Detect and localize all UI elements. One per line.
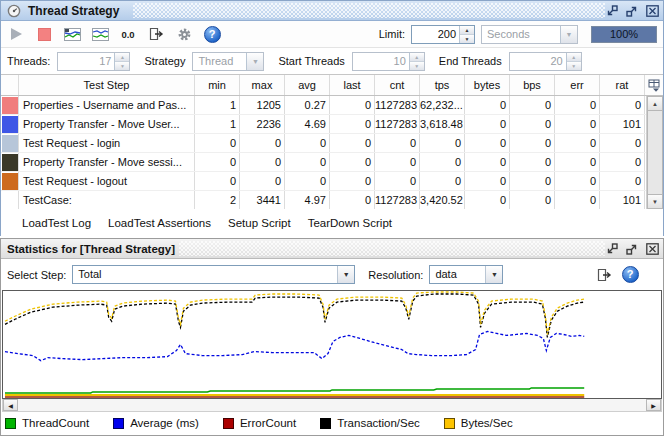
scroll-right-icon[interactable]: ▶ bbox=[646, 399, 661, 411]
statistics-chart bbox=[2, 290, 662, 399]
statistics-history-icon[interactable] bbox=[91, 25, 109, 43]
cell-tps: 0 bbox=[420, 172, 465, 190]
close-window-icon[interactable] bbox=[645, 242, 659, 255]
table-row[interactable]: Test Request - login0000000000 bbox=[1, 134, 663, 153]
table-row[interactable]: Property Transfer - Move sessi...0000000… bbox=[1, 153, 663, 172]
tab-setup-script[interactable]: Setup Script bbox=[228, 217, 291, 229]
threads-spinner[interactable]: 17 ▲▼ bbox=[57, 52, 130, 71]
cell-min: 2 bbox=[195, 191, 240, 209]
column-header-tps[interactable]: tps bbox=[420, 75, 465, 95]
statistics-graph-icon[interactable] bbox=[63, 25, 81, 43]
limit-spinner[interactable]: 200 ▲▼ bbox=[411, 25, 475, 44]
cell-min: 0 bbox=[195, 134, 240, 152]
cell-cnt: 0 bbox=[375, 153, 420, 171]
step-color-swatch bbox=[1, 96, 19, 114]
step-color-swatch bbox=[1, 153, 19, 171]
cell-min: 0 bbox=[195, 153, 240, 171]
cell-tps: 0 bbox=[420, 153, 465, 171]
chart-horizontal-scrollbar[interactable]: ◀ ▶ bbox=[2, 399, 662, 412]
help-icon[interactable]: ? bbox=[621, 266, 639, 284]
table-row[interactable]: Property Transfer - Move User...122364.6… bbox=[1, 115, 663, 134]
table-row[interactable]: Test Request - logout0000000000 bbox=[1, 172, 663, 191]
select-step-dropdown[interactable]: Total ▼ bbox=[72, 265, 355, 284]
scroll-up-icon[interactable]: ▲ bbox=[647, 96, 663, 111]
limit-label: Limit: bbox=[379, 28, 405, 40]
float-window-icon[interactable] bbox=[625, 242, 639, 255]
column-header-test-step[interactable]: Test Step bbox=[19, 75, 195, 95]
scroll-left-icon[interactable]: ◀ bbox=[3, 399, 18, 411]
cell-avg: 0 bbox=[285, 153, 330, 171]
scrollbar-track[interactable] bbox=[18, 399, 646, 411]
cell-last: 0 bbox=[330, 115, 375, 133]
cell-tps: 62,232... bbox=[420, 96, 465, 114]
cell-tps: 0 bbox=[420, 134, 465, 152]
test-step-name: TestCase: bbox=[19, 191, 195, 209]
resolution-dropdown[interactable]: data ▼ bbox=[429, 265, 503, 284]
select-step-label: Select Step: bbox=[7, 269, 66, 281]
cell-err: 0 bbox=[555, 134, 600, 152]
column-header-min[interactable]: min bbox=[195, 75, 240, 95]
time-unit-select[interactable]: Seconds ▼ bbox=[481, 25, 578, 44]
cell-max: 0 bbox=[240, 134, 285, 152]
cell-rat: 0 bbox=[600, 134, 645, 152]
tab-teardown-script[interactable]: TearDown Script bbox=[308, 217, 392, 229]
cell-cnt: 1127283 bbox=[375, 115, 420, 133]
cell-last: 0 bbox=[330, 191, 375, 209]
unfloat-window-icon[interactable] bbox=[605, 4, 619, 17]
series-bytes-sec bbox=[5, 292, 584, 334]
cell-rat: 101 bbox=[600, 115, 645, 133]
column-header-cnt[interactable]: cnt bbox=[375, 75, 420, 95]
limit-up-icon[interactable]: ▲ bbox=[460, 26, 474, 35]
progress-label: 100% bbox=[592, 27, 656, 42]
legend-swatch bbox=[444, 418, 455, 429]
column-header-bps[interactable]: bps bbox=[510, 75, 555, 95]
legend-item-transaction-sec: Transaction/Sec bbox=[320, 417, 420, 429]
close-window-icon[interactable] bbox=[645, 4, 659, 17]
strategy-select[interactable]: Thread ▼ bbox=[192, 52, 264, 71]
loadtest-bottom-tabs: LoadTest LogLoadTest AssertionsSetup Scr… bbox=[1, 209, 663, 236]
scroll-down-icon[interactable]: ▼ bbox=[647, 194, 663, 209]
stop-icon[interactable] bbox=[35, 25, 53, 43]
tab-loadtest-log[interactable]: LoadTest Log bbox=[22, 217, 91, 229]
table-row[interactable]: Properties - Username and Pas...112050.2… bbox=[1, 96, 663, 115]
legend-swatch bbox=[223, 418, 234, 429]
loadtest-titlebar[interactable]: Thread Strategy bbox=[1, 1, 663, 21]
cell-bytes: 0 bbox=[465, 172, 510, 190]
cell-bps: 0 bbox=[510, 172, 555, 190]
end-threads-spinner[interactable]: 20 ▲▼ bbox=[509, 52, 582, 71]
reset-statistics-button[interactable]: 0.0 bbox=[119, 25, 137, 43]
table-vertical-scrollbar[interactable]: ▲ ▼ bbox=[646, 96, 663, 209]
column-header-avg[interactable]: avg bbox=[285, 75, 330, 95]
chart-legend: ThreadCountAverage (ms)ErrorCountTransac… bbox=[1, 412, 663, 434]
cell-cnt: 0 bbox=[375, 134, 420, 152]
table-row[interactable]: TestCase:234414.97011272833,420.52000101 bbox=[1, 191, 663, 209]
column-header-rat[interactable]: rat bbox=[600, 75, 645, 95]
statistics-titlebar[interactable]: Statistics for [Thread Strategy] bbox=[1, 239, 663, 259]
cell-bps: 0 bbox=[510, 191, 555, 209]
column-header-err[interactable]: err bbox=[555, 75, 600, 95]
options-gear-icon[interactable] bbox=[175, 25, 193, 43]
scrollbar-thumb[interactable] bbox=[647, 111, 663, 194]
limit-down-icon[interactable]: ▼ bbox=[460, 35, 474, 43]
help-icon[interactable]: ? bbox=[203, 25, 221, 43]
table-options-icon[interactable] bbox=[645, 75, 663, 95]
unfloat-window-icon[interactable] bbox=[605, 242, 619, 255]
column-header-last[interactable]: last bbox=[330, 75, 375, 95]
threads-label: Threads: bbox=[7, 55, 50, 67]
loadtest-title: Thread Strategy bbox=[28, 4, 119, 18]
legend-swatch bbox=[5, 418, 16, 429]
float-window-icon[interactable] bbox=[625, 4, 639, 17]
start-threads-spinner[interactable]: 10 ▲▼ bbox=[352, 52, 425, 71]
run-icon[interactable] bbox=[7, 25, 25, 43]
legend-item-average-ms: Average (ms) bbox=[113, 417, 199, 429]
legend-label: Average (ms) bbox=[130, 417, 199, 429]
export-icon[interactable] bbox=[595, 266, 613, 284]
column-header-bytes[interactable]: bytes bbox=[465, 75, 510, 95]
tab-loadtest-assertions[interactable]: LoadTest Assertions bbox=[108, 217, 211, 229]
export-icon[interactable] bbox=[147, 25, 165, 43]
column-header-max[interactable]: max bbox=[240, 75, 285, 95]
cell-last: 0 bbox=[330, 153, 375, 171]
loadtest-gauge-icon bbox=[5, 2, 23, 20]
end-threads-label: End Threads bbox=[439, 55, 502, 67]
cell-max: 2236 bbox=[240, 115, 285, 133]
